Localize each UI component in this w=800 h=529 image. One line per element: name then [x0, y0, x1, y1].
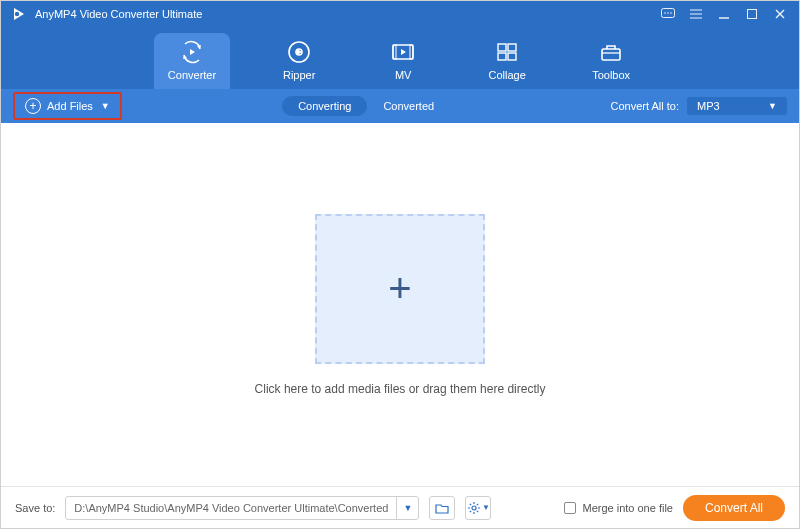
nav-label: Toolbox	[592, 69, 630, 81]
svg-line-36	[477, 503, 478, 504]
nav-label: Converter	[168, 69, 216, 81]
converter-icon	[179, 39, 205, 65]
merge-label: Merge into one file	[582, 502, 673, 514]
plus-circle-icon: +	[25, 98, 41, 114]
tab-converted[interactable]: Converted	[367, 96, 450, 116]
checkbox-icon	[564, 502, 576, 514]
nav-label: Ripper	[283, 69, 315, 81]
svg-point-4	[667, 12, 669, 14]
mv-icon	[390, 39, 416, 65]
convert-all-to-label: Convert All to:	[611, 100, 679, 112]
convert-all-to: Convert All to: MP3 ▼	[611, 97, 787, 115]
svg-rect-25	[498, 53, 506, 60]
svg-marker-22	[401, 49, 406, 55]
app-title: AnyMP4 Video Converter Ultimate	[35, 8, 202, 20]
svg-line-35	[477, 510, 478, 511]
svg-rect-24	[508, 44, 516, 51]
app-logo-icon	[11, 6, 27, 22]
svg-rect-20	[393, 45, 396, 59]
main-nav: Converter Ripper MV Collage Toolbox	[1, 27, 799, 89]
merge-checkbox[interactable]: Merge into one file	[564, 502, 673, 514]
tab-converting[interactable]: Converting	[282, 96, 367, 116]
drop-hint: Click here to add media files or drag th…	[255, 382, 546, 396]
svg-point-3	[664, 12, 666, 14]
svg-rect-23	[498, 44, 506, 51]
svg-point-5	[670, 12, 672, 14]
drop-zone[interactable]: +	[315, 214, 485, 364]
convert-all-to-select[interactable]: MP3 ▼	[687, 97, 787, 115]
toolbox-icon	[598, 39, 624, 65]
ripper-icon	[286, 39, 312, 65]
convert-all-to-value: MP3	[697, 100, 720, 112]
save-to-label: Save to:	[15, 502, 55, 514]
open-folder-button[interactable]	[429, 496, 455, 520]
app-window: AnyMP4 Video Converter Ultimate Converte…	[0, 0, 800, 529]
nav-toolbox[interactable]: Toolbox	[576, 33, 646, 89]
svg-point-1	[15, 12, 19, 16]
menu-icon[interactable]	[687, 5, 705, 23]
footer-bar: Save to: D:\AnyMP4 Studio\AnyMP4 Video C…	[1, 486, 799, 528]
feedback-icon[interactable]	[659, 5, 677, 23]
nav-converter[interactable]: Converter	[154, 33, 230, 89]
minimize-button[interactable]	[715, 5, 733, 23]
svg-marker-15	[190, 49, 195, 55]
save-path-dropdown[interactable]: ▼	[396, 497, 418, 519]
sub-bar: + Add Files ▼ Converting Converted Conve…	[1, 89, 799, 123]
svg-line-37	[470, 510, 471, 511]
status-segment: Converting Converted	[282, 96, 450, 116]
title-bar: AnyMP4 Video Converter Ultimate	[1, 1, 799, 27]
add-files-label: Add Files	[47, 100, 93, 112]
convert-all-button[interactable]: Convert All	[683, 495, 785, 521]
chevron-down-icon: ▼	[101, 101, 110, 111]
nav-collage[interactable]: Collage	[472, 33, 542, 89]
close-button[interactable]	[771, 5, 789, 23]
nav-label: Collage	[488, 69, 525, 81]
plus-icon: +	[388, 266, 411, 311]
work-area: + Click here to add media files or drag …	[1, 123, 799, 486]
svg-line-34	[470, 503, 471, 504]
add-files-button[interactable]: + Add Files ▼	[19, 96, 116, 116]
settings-button[interactable]: ▼	[465, 496, 491, 520]
svg-point-29	[472, 506, 476, 510]
chevron-down-icon: ▼	[482, 503, 490, 512]
save-path-box: D:\AnyMP4 Studio\AnyMP4 Video Converter …	[65, 496, 419, 520]
svg-rect-21	[410, 45, 413, 59]
maximize-button[interactable]	[743, 5, 761, 23]
collage-icon	[494, 39, 520, 65]
add-files-highlight: + Add Files ▼	[13, 92, 122, 120]
nav-mv[interactable]: MV	[368, 33, 438, 89]
nav-ripper[interactable]: Ripper	[264, 33, 334, 89]
svg-rect-27	[602, 49, 620, 60]
svg-rect-26	[508, 53, 516, 60]
svg-rect-10	[748, 10, 757, 19]
save-path-input[interactable]: D:\AnyMP4 Studio\AnyMP4 Video Converter …	[66, 502, 396, 514]
nav-label: MV	[395, 69, 412, 81]
chevron-down-icon: ▼	[768, 101, 777, 111]
